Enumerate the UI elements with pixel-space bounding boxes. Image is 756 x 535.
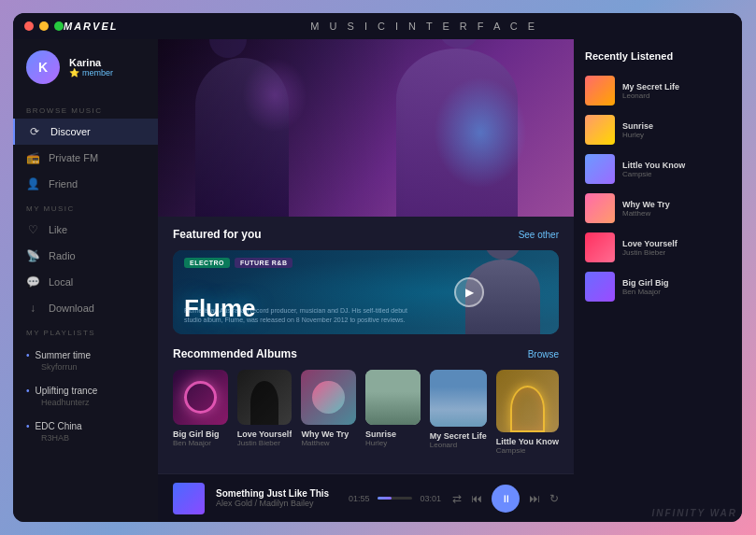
progress-fill: [378, 497, 392, 500]
featured-header: Featured for you See other: [173, 228, 559, 241]
heart-icon: ♡: [26, 223, 39, 236]
download-icon: ↓: [26, 302, 39, 315]
prev-button[interactable]: ⏮: [471, 492, 482, 505]
recent-thumb-2: [585, 154, 615, 184]
sidebar-item-radio[interactable]: 📡 Radio: [13, 243, 158, 269]
my-music-label: MY MUSIC: [13, 197, 158, 217]
maximize-window-btn[interactable]: [54, 21, 64, 31]
album-item-4[interactable]: My Secret Life Leonard: [430, 370, 487, 455]
tag-future-rnb: FUTURE R&B: [235, 258, 293, 268]
recent-item-2[interactable]: Little You Know Campsie: [585, 149, 731, 189]
username: Karina: [69, 57, 113, 68]
sidebar: K Karina ⭐ member BROWSE MUSIC ⟳ Discove…: [13, 39, 158, 522]
playlist-item-2[interactable]: •EDC China R3HAB: [13, 412, 158, 447]
shuffle-button[interactable]: ⇄: [452, 492, 462, 505]
recent-info-1: Sunrise Hurley: [622, 121, 653, 139]
featured-card[interactable]: ELECTRO FUTURE R&B Flume ▶ Flume is an A…: [173, 250, 559, 334]
signal-icon: 📡: [26, 249, 39, 262]
recently-listened-title: Recently Listened: [585, 50, 731, 62]
repeat-button[interactable]: ↻: [549, 492, 559, 505]
sidebar-item-download[interactable]: ↓ Download: [13, 295, 158, 321]
discover-icon: ⟳: [28, 125, 41, 138]
top-bar: MARVEL M U S I C I N T E R F A C E: [13, 13, 742, 39]
recent-thumb-5: [585, 272, 615, 302]
sidebar-item-private-fm[interactable]: 📻 Private FM: [13, 145, 158, 171]
sidebar-item-like[interactable]: ♡ Like: [13, 217, 158, 243]
minimize-window-btn[interactable]: [39, 21, 49, 31]
marvel-logo: MARVEL: [64, 21, 118, 32]
main-scroll-area[interactable]: Featured for you See other ELECTRO FUTUR…: [158, 217, 574, 473]
progress-bar[interactable]: [378, 497, 413, 500]
recent-item-4[interactable]: Love Yourself Justin Bieber: [585, 228, 731, 267]
sidebar-item-local[interactable]: 💬 Local: [13, 269, 158, 295]
recent-thumb-3: [585, 193, 615, 223]
time-total: 03:01: [420, 494, 441, 503]
user-badge: ⭐ member: [69, 68, 113, 77]
player-artist-name: Alex Gold / Madilyn Bailey: [216, 499, 337, 508]
browse-music-label: BROWSE MUSIC: [13, 99, 158, 119]
recent-thumb-0: [585, 76, 615, 106]
play-pause-button[interactable]: ⏸: [492, 485, 520, 513]
album-item-0[interactable]: Big Girl Big Ben Maajor: [173, 370, 228, 455]
player-actions: ⇄ ⏮ ⏸ ⏭ ↻: [452, 485, 559, 513]
album-item-1[interactable]: Love Yourself Justin Bieber: [237, 370, 292, 455]
user-profile[interactable]: K Karina ⭐ member: [13, 50, 158, 99]
see-other-link[interactable]: See other: [519, 230, 559, 240]
player-info: Something Just Like This Alex Gold / Mad…: [216, 488, 337, 508]
app-container: MARVEL M U S I C I N T E R F A C E K Kar…: [13, 13, 742, 522]
sidebar-item-friend[interactable]: 👤 Friend: [13, 171, 158, 197]
player-controls: 01:55 03:01: [349, 494, 441, 503]
album-art-0: [173, 370, 228, 425]
close-window-btn[interactable]: [24, 21, 34, 31]
featured-tags: ELECTRO FUTURE R&B: [184, 258, 292, 268]
recent-info-2: Little You Know Campsie: [622, 161, 685, 178]
local-icon: 💬: [26, 275, 39, 289]
player-song-name: Something Just Like This: [216, 488, 337, 499]
browse-link[interactable]: Browse: [528, 349, 559, 359]
featured-title: Featured for you: [173, 228, 262, 241]
albums-header: Recommended Albums Browse: [173, 347, 559, 360]
recent-item-0[interactable]: My Secret Life Leonard: [585, 71, 731, 110]
tag-electro: ELECTRO: [184, 258, 230, 268]
time-current: 01:55: [349, 494, 370, 503]
album-art-5: [496, 370, 559, 432]
player-thumbnail: [173, 483, 205, 514]
album-art-1: [237, 370, 292, 425]
album-art-3: [365, 370, 421, 425]
albums-title: Recommended Albums: [173, 347, 297, 360]
album-art-2: [301, 370, 356, 425]
albums-grid: Big Girl Big Ben Maajor Love Yourself Ju…: [173, 370, 559, 455]
avatar: K: [26, 50, 60, 84]
playlist-item-1[interactable]: •Uplifting trance Headhunterz: [13, 376, 158, 412]
album-item-2[interactable]: Why We Try Matthew: [301, 370, 356, 455]
recent-info-3: Why We Try Matthew: [622, 200, 670, 218]
featured-play-button[interactable]: ▶: [454, 277, 484, 307]
playlist-item-0[interactable]: •Summer time Skyforrun: [13, 341, 158, 376]
recent-item-3[interactable]: Why We Try Matthew: [585, 189, 731, 228]
featured-artist-name: Flume: [184, 294, 256, 323]
hero-banner: [158, 39, 574, 217]
right-panel: Recently Listened My Secret Life Leonard…: [574, 39, 742, 522]
recent-item-5[interactable]: Big Girl Big Ben Maajor: [585, 267, 731, 306]
friend-icon: 👤: [26, 177, 39, 190]
recent-info-5: Big Girl Big Ben Maajor: [622, 278, 669, 296]
main-layout: K Karina ⭐ member BROWSE MUSIC ⟳ Discove…: [13, 39, 742, 522]
recent-info-0: My Secret Life Leonard: [622, 82, 679, 100]
album-art-4: [430, 370, 487, 427]
app-title: M U S I C I N T E R F A C E: [118, 21, 731, 32]
album-item-3[interactable]: Sunrise Hurley: [365, 370, 421, 455]
recent-item-1[interactable]: Sunrise Hurley: [585, 110, 731, 149]
radio-wave-icon: 📻: [26, 151, 39, 164]
hero-overlay: [158, 39, 574, 217]
recent-thumb-1: [585, 115, 615, 145]
album-item-5[interactable]: Little You Know Campsie: [496, 370, 559, 455]
my-playlists-label: MY PLAYLISTS: [13, 321, 158, 341]
recent-info-4: Love Yourself Justin Bieber: [622, 239, 678, 257]
recent-thumb-4: [585, 232, 615, 262]
window-controls: [24, 21, 64, 31]
recent-list: My Secret Life Leonard Sunrise Hurley Li…: [585, 71, 731, 306]
player-bar: Something Just Like This Alex Gold / Mad…: [158, 473, 574, 522]
progress-area: 01:55 03:01: [349, 494, 441, 503]
next-button[interactable]: ⏭: [529, 492, 540, 505]
sidebar-item-discover[interactable]: ⟳ Discover: [13, 119, 158, 145]
